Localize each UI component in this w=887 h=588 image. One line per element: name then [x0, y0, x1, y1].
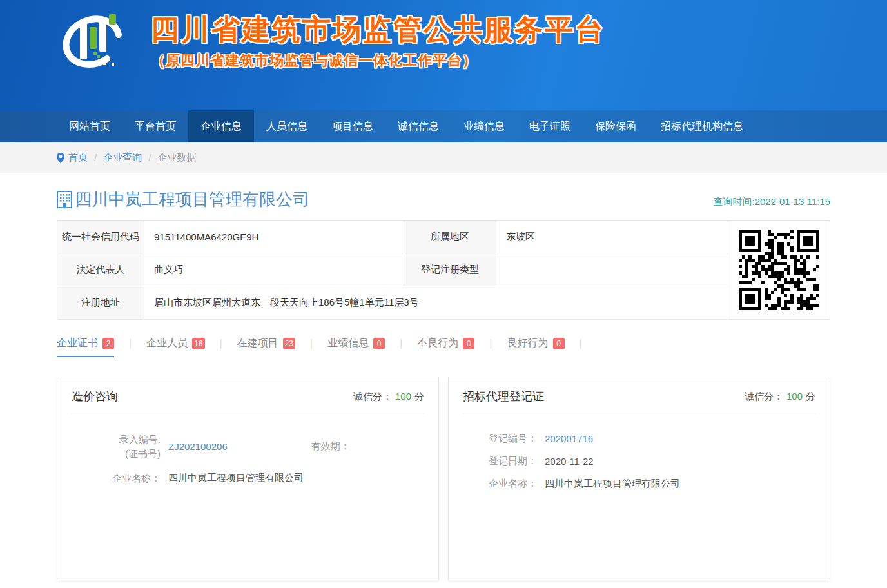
nav-item-site-home[interactable]: 网站首页 [57, 110, 122, 142]
nav-item-bidding-agency-info[interactable]: 招标代理机构信息 [648, 110, 755, 142]
reg-no-label: 登记编号： [463, 433, 537, 445]
tab-label: 不良行为 [417, 337, 458, 350]
nav-item-insurance-guarantee[interactable]: 保险保函 [583, 110, 648, 142]
qr-code [728, 220, 830, 319]
reg-type-value [496, 253, 728, 286]
nav-item-personnel-info[interactable]: 人员信息 [254, 110, 320, 142]
company-name-value: 四川中岚工程项目管理有限公司 [545, 478, 680, 490]
main-nav: 网站首页 平台首页 企业信息 人员信息 项目信息 诚信信息 业绩信息 电子证照 … [0, 110, 887, 142]
credit-score-value: 100 [395, 391, 411, 402]
reg-date-value: 2020-11-22 [545, 456, 594, 467]
cert-no-label: 录入编号: (证书号) [72, 433, 161, 461]
credit-score: 诚信分：100分 [353, 391, 424, 403]
tab-count-badge: 16 [192, 338, 204, 349]
tab-count-badge: 0 [373, 338, 385, 349]
breadcrumb-enterprise-query-link[interactable]: 企业查询 [103, 152, 142, 164]
building-icon [57, 191, 72, 208]
cert-no-link[interactable]: ZJ202100206 [168, 441, 228, 452]
company-name-label: 企业名称： [463, 478, 537, 490]
breadcrumb-current: 企业数据 [157, 152, 196, 164]
tab-separator: | [400, 337, 402, 351]
platform-logo-icon [57, 8, 128, 80]
tab-bad-behavior[interactable]: 不良行为 0 [417, 337, 474, 357]
company-title: 四川中岚工程项目管理有限公司 [57, 188, 309, 211]
tab-count-badge: 2 [102, 338, 114, 349]
tab-enterprise-certificates[interactable]: 企业证书 2 [57, 337, 114, 357]
credit-code-label: 统一社会信用代码 [57, 220, 144, 253]
tab-separator: | [580, 337, 582, 351]
query-time: 查询时间:2022-01-13 11:15 [714, 196, 831, 211]
page: 四川省建筑市场监管公共服务平台 （原四川省建筑市场监管与诚信一体化工作平台） 网… [0, 0, 887, 588]
reg-type-label: 登记注册类型 [404, 253, 496, 286]
credit-score-label: 诚信分： [745, 391, 783, 402]
tab-separator: | [310, 337, 313, 351]
nav-item-performance-info[interactable]: 业绩信息 [451, 110, 517, 142]
tab-count-badge: 23 [283, 338, 295, 349]
tab-good-behavior[interactable]: 良好行为 0 [507, 337, 565, 357]
reg-no-link[interactable]: 202001716 [545, 433, 593, 444]
company-name: 四川中岚工程项目管理有限公司 [75, 188, 309, 211]
tab-label: 业绩信息 [327, 337, 369, 350]
credit-score-value: 100 [786, 391, 803, 402]
tab-count-badge: 0 [553, 338, 565, 349]
breadcrumb-home-link[interactable]: 首页 [68, 152, 88, 164]
validity-label: 有效期： [311, 440, 350, 453]
tab-label: 良好行为 [507, 337, 549, 350]
credit-code-value: 91511400MA6420GE9H [144, 220, 404, 253]
certificate-card-cost-consulting: 造价咨询 诚信分：100分 录入编号: (证书号) ZJ202100206 有效… [57, 377, 439, 580]
tab-performance-info[interactable]: 业绩信息 0 [327, 337, 385, 357]
tab-label: 企业人员 [146, 337, 188, 350]
site-header: 四川省建筑市场监管公共服务平台 （原四川省建筑市场监管与诚信一体化工作平台） [0, 0, 887, 110]
breadcrumb-bar: 首页 / 企业查询 / 企业数据 [0, 142, 887, 173]
nav-item-e-certificate[interactable]: 电子证照 [517, 110, 583, 142]
tab-separator: | [220, 337, 222, 351]
company-name-label: 企业名称： [72, 471, 161, 485]
detail-tabs: 企业证书 2 | 企业人员 16 | 在建项目 23 | 业绩信息 0 | 不良… [57, 337, 830, 357]
tab-separator: | [129, 337, 132, 351]
credit-score-unit: 分 [806, 391, 815, 402]
address-label: 注册地址 [57, 286, 144, 319]
address-value: 眉山市东坡区眉州大道东三段天天向上186号5幢1单元11层3号 [144, 286, 728, 319]
tab-label: 企业证书 [57, 337, 98, 350]
tab-projects-in-progress[interactable]: 在建项目 23 [237, 337, 295, 357]
location-pin-icon [57, 153, 64, 163]
company-info-table: 统一社会信用代码 91511400MA6420GE9H 所属地区 东坡区 法定代… [57, 220, 830, 320]
legal-rep-label: 法定代表人 [57, 253, 144, 286]
nav-item-enterprise-info[interactable]: 企业信息 [188, 110, 254, 142]
company-name-value: 四川中岚工程项目管理有限公司 [168, 472, 304, 484]
nav-item-project-info[interactable]: 项目信息 [320, 110, 385, 142]
reg-date-label: 登记日期： [463, 455, 537, 467]
credit-score-unit: 分 [414, 391, 424, 402]
tab-separator: | [489, 337, 492, 351]
card-title: 造价咨询 [72, 389, 118, 404]
region-value: 东坡区 [496, 220, 728, 253]
credit-score: 诚信分：100分 [745, 391, 815, 403]
tab-enterprise-personnel[interactable]: 企业人员 16 [146, 337, 204, 357]
tab-label: 在建项目 [237, 337, 278, 350]
breadcrumb-separator: / [148, 152, 151, 163]
certificate-card-bidding-agency: 招标代理登记证 诚信分：100分 登记编号： 202001716 登记日期： 2… [448, 377, 830, 580]
site-subtitle: （原四川省建筑市场监管与诚信一体化工作平台） [151, 51, 605, 70]
site-title: 四川省建筑市场监管公共服务平台 [151, 14, 605, 45]
breadcrumb-separator: / [94, 152, 97, 163]
card-title: 招标代理登记证 [463, 389, 544, 404]
credit-score-label: 诚信分： [353, 391, 392, 402]
breadcrumb: 首页 / 企业查询 / 企业数据 [57, 142, 830, 173]
nav-item-platform-home[interactable]: 平台首页 [122, 110, 188, 142]
legal-rep-value: 曲义巧 [144, 253, 404, 286]
nav-item-credit-info[interactable]: 诚信信息 [385, 110, 451, 142]
region-label: 所属地区 [404, 220, 496, 253]
tab-count-badge: 0 [463, 338, 474, 349]
